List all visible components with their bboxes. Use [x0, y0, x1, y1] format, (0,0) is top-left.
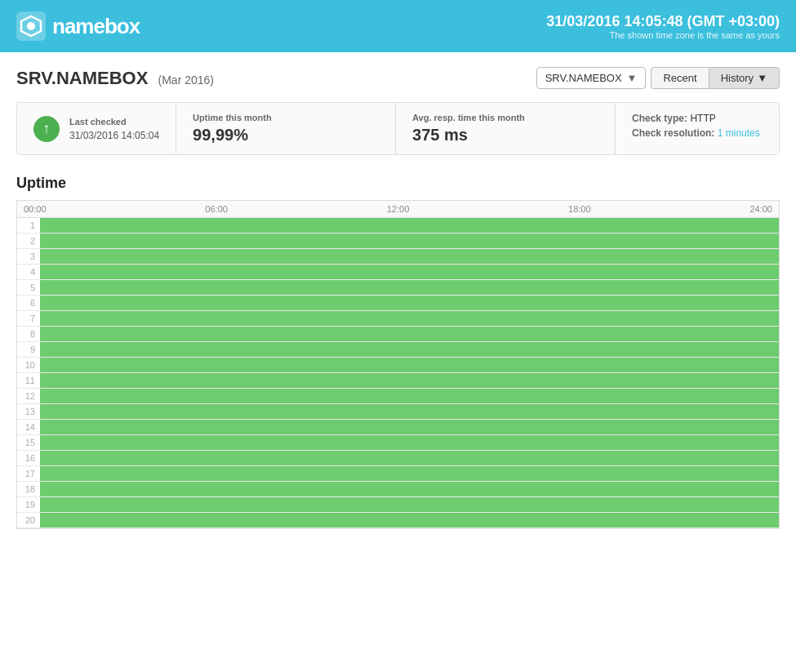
uptime-bar [40, 482, 779, 496]
history-button[interactable]: History ▼ [709, 67, 780, 89]
time-label-0: 00:00 [24, 204, 47, 214]
status-icon: ↑ [33, 116, 60, 142]
row-bar-container [40, 265, 779, 279]
view-toggle: Recent History ▼ [651, 67, 780, 89]
row-number: 15 [17, 438, 40, 447]
uptime-value: 99,99% [193, 126, 379, 145]
chart-grid: 1234567891011121314151617181920 [17, 218, 779, 528]
check-type-section: Check type: HTTP Check resolution: 1 min… [616, 103, 779, 154]
page-title-text: SRV.NAMEBOX [16, 68, 148, 88]
table-row: 8 [17, 327, 779, 342]
uptime-bar [40, 218, 779, 233]
row-bar-container [40, 482, 779, 496]
uptime-bar [40, 358, 779, 372]
table-row: 15 [17, 435, 779, 451]
uptime-bar [40, 420, 779, 434]
row-bar-container [40, 358, 779, 372]
uptime-bar [40, 342, 779, 357]
row-number: 5 [17, 283, 40, 292]
time-label-2: 12:00 [387, 204, 410, 214]
svg-point-1 [27, 22, 35, 30]
stats-bar: ↑ Last checked 31/03/2016 14:05:04 Uptim… [16, 102, 780, 155]
uptime-bar [40, 497, 779, 512]
uptime-bar [40, 404, 779, 419]
uptime-bar [40, 513, 779, 527]
datetime: 31/03/2016 14:05:48 (GMT +03:00) [546, 13, 780, 30]
header: namebox 31/03/2016 14:05:48 (GMT +03:00)… [0, 0, 796, 52]
uptime-bar [40, 435, 779, 450]
row-bar-container [40, 435, 779, 450]
row-number: 19 [17, 500, 40, 510]
uptime-section-title: Uptime [16, 175, 780, 192]
check-resolution-value[interactable]: 1 minutes [718, 127, 760, 139]
uptime-stat: Uptime this month 99,99% [176, 103, 396, 154]
row-bar-container [40, 420, 779, 434]
table-row: 20 [17, 513, 779, 528]
title-controls: SRV.NAMEBOX ▼ Recent History ▼ [536, 67, 780, 89]
last-checked-label: Last checked [69, 117, 159, 127]
time-label-3: 18:00 [568, 204, 591, 214]
row-number: 10 [17, 360, 40, 370]
last-checked-info: Last checked 31/03/2016 14:05:04 [69, 117, 159, 141]
uptime-bar [40, 451, 779, 465]
logo: namebox [16, 11, 140, 41]
last-checked-value: 31/03/2016 14:05:04 [69, 130, 159, 141]
recent-button[interactable]: Recent [651, 67, 708, 89]
row-number: 3 [17, 251, 40, 261]
row-number: 4 [17, 267, 40, 277]
row-bar-container [40, 513, 779, 527]
page-title: SRV.NAMEBOX (Mar 2016) [16, 68, 214, 88]
check-type-label: Check type: [632, 113, 687, 124]
row-bar-container [40, 218, 779, 233]
row-number: 8 [17, 329, 40, 339]
page-title-group: SRV.NAMEBOX (Mar 2016) [16, 68, 214, 89]
title-bar: SRV.NAMEBOX (Mar 2016) SRV.NAMEBOX ▼ Rec… [16, 67, 780, 89]
row-bar-container [40, 373, 779, 388]
table-row: 4 [17, 265, 779, 280]
table-row: 6 [17, 296, 779, 311]
row-bar-container [40, 234, 779, 248]
table-row: 5 [17, 280, 779, 296]
uptime-bar [40, 234, 779, 248]
row-number: 1 [17, 220, 40, 230]
uptime-bar [40, 311, 779, 326]
table-row: 10 [17, 358, 779, 373]
server-select-label: SRV.NAMEBOX [545, 72, 622, 84]
table-row: 12 [17, 389, 779, 404]
row-bar-container [40, 466, 779, 481]
chevron-down-icon: ▼ [627, 72, 638, 84]
uptime-bar [40, 265, 779, 279]
table-row: 14 [17, 420, 779, 435]
server-select-dropdown[interactable]: SRV.NAMEBOX ▼ [536, 67, 647, 89]
table-row: 13 [17, 404, 779, 420]
row-number: 7 [17, 314, 40, 323]
uptime-bar [40, 466, 779, 481]
logo-text: namebox [52, 14, 140, 39]
time-label-4: 24:00 [749, 204, 772, 214]
uptime-bar [40, 389, 779, 403]
time-label-1: 06:00 [205, 204, 228, 214]
check-type-row: Check type: HTTP [632, 113, 763, 124]
row-bar-container [40, 280, 779, 295]
table-row: 1 [17, 218, 779, 234]
uptime-bar [40, 327, 779, 341]
row-number: 12 [17, 391, 40, 401]
check-resolution-row: Check resolution: 1 minutes [632, 127, 763, 139]
table-row: 16 [17, 451, 779, 466]
row-number: 20 [17, 515, 40, 525]
table-row: 3 [17, 249, 779, 265]
row-number: 2 [17, 236, 40, 246]
page-content: SRV.NAMEBOX (Mar 2016) SRV.NAMEBOX ▼ Rec… [0, 52, 796, 544]
row-bar-container [40, 404, 779, 419]
table-row: 19 [17, 497, 779, 513]
row-number: 18 [17, 484, 40, 494]
check-resolution-label: Check resolution: [632, 127, 714, 139]
row-number: 11 [17, 376, 40, 385]
table-row: 2 [17, 234, 779, 249]
table-row: 18 [17, 482, 779, 497]
history-button-label: History [721, 72, 754, 84]
uptime-bar [40, 249, 779, 264]
table-row: 7 [17, 311, 779, 327]
row-bar-container [40, 451, 779, 465]
uptime-chart: 00:00 06:00 12:00 18:00 24:00 1234567891… [16, 200, 780, 529]
